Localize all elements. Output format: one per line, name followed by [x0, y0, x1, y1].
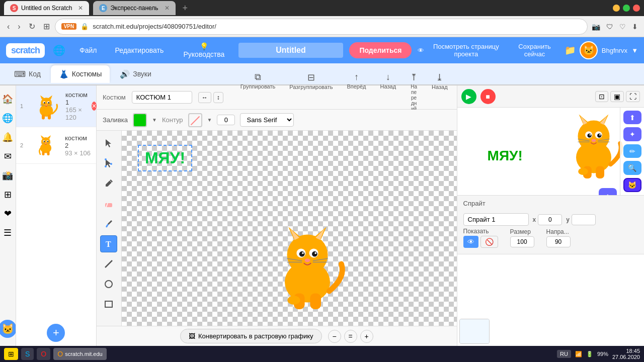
- zoom-in-button[interactable]: +: [360, 330, 373, 343]
- sprite-name-input[interactable]: [463, 213, 529, 226]
- flip-vertical-button[interactable]: ↕: [213, 92, 223, 103]
- eraser-tool[interactable]: [100, 195, 117, 212]
- maximize-button[interactable]: [623, 5, 630, 12]
- fullscreen-button[interactable]: ⛶: [626, 91, 640, 102]
- tab-scratch[interactable]: S Untitled on Scratch ✕: [4, 1, 89, 15]
- brush-tool[interactable]: [100, 175, 117, 192]
- taskbar-app-skype[interactable]: S: [21, 348, 34, 360]
- size-input[interactable]: [510, 236, 534, 247]
- active-sprite-button[interactable]: 🐱: [623, 178, 641, 192]
- tab-code[interactable]: ⌨ Код: [6, 65, 49, 83]
- line-tool[interactable]: [100, 255, 117, 273]
- edit-menu-button[interactable]: Редактировать: [109, 42, 170, 58]
- file-menu-button[interactable]: Файл: [73, 42, 103, 58]
- flip-horizontal-button[interactable]: ↔: [198, 92, 211, 103]
- messages-button[interactable]: ✉: [4, 151, 12, 162]
- lang-indicator[interactable]: RU: [557, 350, 571, 358]
- tab-close-express[interactable]: ✕: [165, 5, 170, 12]
- stroke-dropdown-arrow[interactable]: ▼: [207, 117, 212, 123]
- notifications-button[interactable]: 🔔: [2, 132, 13, 143]
- project-name-input[interactable]: [238, 43, 344, 58]
- font-select[interactable]: Sans Serif Serif Curly Handwriting: [240, 113, 294, 127]
- x-input[interactable]: [538, 214, 562, 225]
- fill-dropdown-arrow[interactable]: ▼: [152, 117, 157, 123]
- costume-item-1[interactable]: 1: [16, 85, 96, 127]
- upload-backdrop-button[interactable]: ⬆: [599, 188, 617, 195]
- minimize-button[interactable]: [613, 5, 620, 12]
- zoom-out-button[interactable]: −: [328, 330, 341, 343]
- share-button[interactable]: Поделиться: [349, 42, 412, 58]
- download-button[interactable]: ⬇: [630, 21, 640, 33]
- back-button[interactable]: ‹: [4, 20, 13, 33]
- tab-express[interactable]: E Экспресс-панель ✕: [93, 1, 175, 15]
- select-tool[interactable]: [100, 135, 117, 152]
- tutorials-menu-button[interactable]: 💡 Руководства: [176, 38, 232, 62]
- globe-button[interactable]: 🌐: [51, 42, 67, 58]
- circle-tool[interactable]: [100, 276, 117, 293]
- user-dropdown-icon[interactable]: ▼: [631, 47, 638, 54]
- browser-icon: O: [57, 350, 63, 358]
- shield-button[interactable]: 🛡: [604, 21, 615, 33]
- text-tool[interactable]: T: [100, 235, 117, 252]
- paint-canvas[interactable]: МЯУ!: [122, 131, 457, 326]
- sprite-panel-header: Спрайт: [463, 200, 486, 207]
- green-flag-button[interactable]: ▶: [461, 89, 476, 104]
- reshape-tool[interactable]: [100, 155, 117, 172]
- zoom-reset-button[interactable]: =: [344, 330, 357, 343]
- fill-tool[interactable]: [100, 215, 117, 232]
- direction-input[interactable]: [546, 236, 571, 247]
- tab-costumes[interactable]: 👗 Костюмы: [51, 65, 110, 83]
- svg-point-16: [41, 137, 50, 146]
- forward-button[interactable]: ›: [15, 20, 23, 33]
- small-stage-button[interactable]: ⊡: [595, 91, 608, 102]
- bookmark-button[interactable]: ♡: [617, 21, 628, 33]
- costume-delete-1[interactable]: ✕: [92, 102, 97, 111]
- stroke-color-swatch[interactable]: [188, 113, 202, 127]
- taskbar-app-opera[interactable]: O: [37, 348, 50, 360]
- costume-name-field[interactable]: [132, 91, 192, 104]
- backdrop-thumb[interactable]: [459, 319, 490, 344]
- rect-tool[interactable]: [100, 296, 117, 313]
- save-button[interactable]: Сохранить сейчас: [511, 43, 558, 58]
- surprise-sprite-button[interactable]: ✦: [623, 127, 641, 141]
- grid-button[interactable]: ⊞: [40, 20, 53, 33]
- folder-icon[interactable]: 📁: [565, 45, 576, 56]
- list-button[interactable]: ☰: [4, 227, 12, 238]
- camera-button[interactable]: 📷: [590, 21, 602, 33]
- scratch-logo[interactable]: scratch: [6, 43, 45, 58]
- upload-sprite-button[interactable]: ⬆: [623, 111, 641, 124]
- user-avatar[interactable]: 🐱: [580, 41, 598, 59]
- address-bar[interactable]: VPN 🔒 scratch.mit.edu/projects/408090751…: [55, 19, 588, 35]
- add-costume-button[interactable]: +: [47, 324, 65, 342]
- canvas-text-element[interactable]: МЯУ!: [138, 145, 192, 171]
- search-sprite-button[interactable]: 🔍: [623, 161, 641, 174]
- convert-to-bitmap-button[interactable]: 🖼 Конвертировать в растровую графику: [180, 329, 322, 343]
- fill-color-swatch[interactable]: [133, 113, 147, 127]
- back-icon: ⤓: [436, 72, 443, 83]
- taskbar-app-browser[interactable]: O scratch.mit.edu: [53, 348, 106, 360]
- tab-favicon2: E: [99, 4, 107, 12]
- normal-stage-button[interactable]: ▣: [610, 91, 624, 102]
- show-sprite-button[interactable]: 👁: [463, 236, 478, 248]
- view-project-button[interactable]: 👁 Посмотреть страницу проекта: [418, 43, 505, 58]
- costume-item-2[interactable]: 2: [16, 127, 96, 164]
- refresh-button[interactable]: ↻: [26, 20, 38, 33]
- ideas-button[interactable]: ❤: [4, 208, 12, 219]
- stroke-size-input[interactable]: [217, 115, 235, 125]
- new-tab-button[interactable]: +: [180, 3, 191, 14]
- explore-button[interactable]: 🌐: [2, 113, 13, 124]
- profile-sidebar-button[interactable]: 📸: [2, 170, 13, 181]
- tab-sounds[interactable]: 🔊 Звуки: [112, 65, 159, 83]
- y-input[interactable]: [572, 214, 596, 225]
- add-sprite-button[interactable]: 🐱: [0, 320, 16, 338]
- my-projects-button[interactable]: ⊞: [4, 189, 12, 200]
- close-button[interactable]: [633, 5, 640, 12]
- home-button[interactable]: 🏠: [2, 94, 13, 105]
- hide-sprite-button[interactable]: 🚫: [480, 236, 498, 248]
- tab-close-scratch[interactable]: ✕: [78, 5, 83, 12]
- stage-float-tools-2: ⬆ ✦ ✏ 🔍: [596, 188, 620, 195]
- svg-marker-61: [580, 116, 587, 125]
- stop-button[interactable]: ■: [480, 89, 496, 104]
- start-button[interactable]: ⊞: [4, 348, 18, 360]
- draw-sprite-button[interactable]: ✏: [623, 144, 641, 158]
